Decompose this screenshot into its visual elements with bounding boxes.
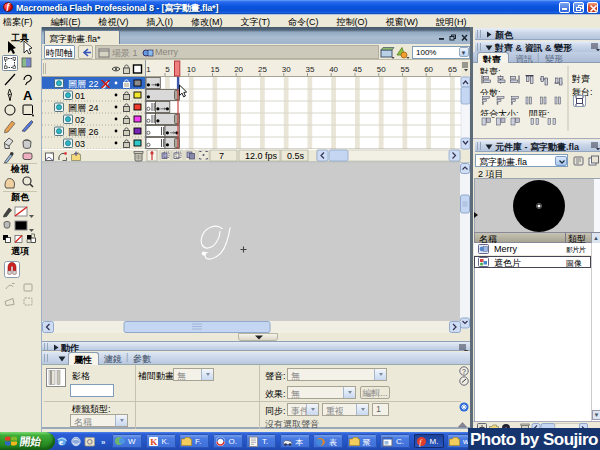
svg-text:35: 35 xyxy=(305,65,314,74)
svg-text:12.0 fps: 12.0 fps xyxy=(245,151,278,161)
svg-text:圖層 24: 圖層 24 xyxy=(68,103,99,113)
svg-text:50: 50 xyxy=(377,65,386,74)
svg-text:01: 01 xyxy=(75,91,85,101)
svg-text:20: 20 xyxy=(234,65,243,74)
svg-text:7: 7 xyxy=(219,151,224,161)
svg-text:02: 02 xyxy=(75,115,85,125)
svg-text:5: 5 xyxy=(165,65,170,74)
svg-text:»: » xyxy=(101,438,106,447)
svg-text:?: ? xyxy=(462,368,466,375)
svg-text:10: 10 xyxy=(187,65,196,74)
svg-text:25: 25 xyxy=(258,65,267,74)
svg-text:15: 15 xyxy=(210,65,219,74)
svg-text:A: A xyxy=(23,88,33,103)
svg-text:60: 60 xyxy=(424,65,433,74)
svg-text:K: K xyxy=(150,437,157,447)
svg-text:45: 45 xyxy=(353,65,362,74)
svg-text:0.5s: 0.5s xyxy=(287,151,305,161)
svg-text:03: 03 xyxy=(75,139,85,149)
svg-text:40: 40 xyxy=(329,65,338,74)
svg-text:55: 55 xyxy=(400,65,409,74)
svg-text:1: 1 xyxy=(146,65,151,74)
svg-text:30: 30 xyxy=(282,65,291,74)
svg-text:圖層 26: 圖層 26 xyxy=(68,127,99,137)
svg-text:圖層 22: 圖層 22 xyxy=(68,79,99,89)
svg-text:65: 65 xyxy=(448,65,457,74)
